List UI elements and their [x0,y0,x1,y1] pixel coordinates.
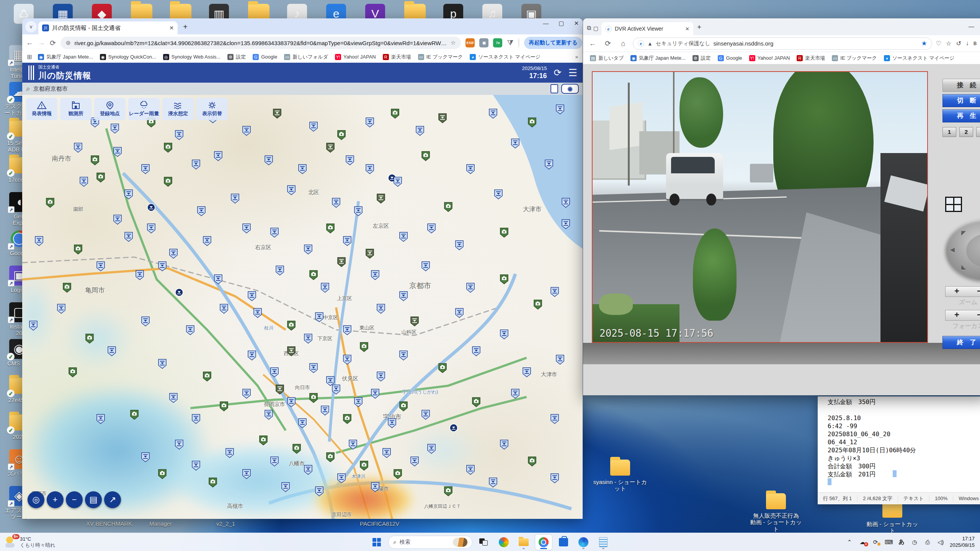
minimize-button[interactable]: — [969,23,974,29]
address-bar[interactable]: e ▲ セキュリティ保護なし sinsenyasai.nsddns.org ★ [633,37,932,50]
map-marker-water-gauge[interactable] [270,367,279,379]
map-marker-cctv[interactable] [63,283,71,294]
downloads-icon[interactable]: ↓ [966,40,969,47]
back-button[interactable]: ← [587,39,598,48]
ptz-upleft-arrow[interactable]: ◤ [961,229,966,236]
minimize-button[interactable]: — [543,20,549,27]
chrome_window-bookmark-item[interactable]: ◉気象庁 Japan Mete... [35,52,96,62]
map-marker-water-gauge[interactable] [287,185,296,197]
map-marker-water-gauge[interactable] [74,143,82,154]
edge_window-bookmark-item[interactable]: ◉気象庁 Japan Mete... [627,54,688,63]
map-marker-water-gauge[interactable] [169,249,178,260]
map-marker-water-gauge[interactable] [371,482,379,494]
map-marker-water-gauge[interactable] [427,444,436,455]
dvr-channel-1-button[interactable]: 1 [942,127,956,137]
map-marker-water-gauge[interactable] [315,312,323,324]
map-marker-water-gauge[interactable] [309,122,318,133]
map-marker-gauge-circle[interactable] [147,203,156,214]
map-marker-cctv[interactable] [326,452,335,464]
map-marker-cctv[interactable] [69,367,77,379]
view-toggle-button[interactable]: ◉ [561,84,579,94]
map-marker-water-gauge[interactable] [192,160,200,171]
map-marker-water-gauge[interactable] [141,316,150,328]
notepad-taskbar-button[interactable] [595,535,612,550]
zoom-in-button[interactable]: + [47,491,64,508]
map-marker-water-gauge[interactable] [242,389,251,400]
update-sync-icon[interactable]: ⟳ [872,539,879,546]
map-marker-water-gauge[interactable] [214,274,222,286]
notepad-text[interactable]: 支払金額 350円 2025.8.10 6:42 -99 20250810_06… [828,396,980,492]
bookmark-star-icon[interactable]: ☆ [451,39,456,46]
map-marker-water-gauge[interactable] [562,198,570,209]
map-marker-water-gauge[interactable] [511,389,519,400]
maximize-button[interactable]: ▢ [559,20,564,27]
exif-extension-icon[interactable]: EXIF [466,38,475,47]
map-marker-water-gauge[interactable] [410,456,419,468]
clock-app-icon[interactable]: ◷ [911,539,918,546]
map-marker-water-gauge[interactable] [354,206,363,218]
map-marker-water-gauge[interactable] [276,266,284,277]
map-marker-cctv[interactable] [46,198,54,209]
microsoft-store-button[interactable] [555,535,572,550]
dvr-play-button[interactable]: 再 生 [942,109,980,122]
ptz-left-arrow[interactable]: ◀ [950,246,955,253]
map-marker-water-gauge[interactable] [377,304,385,315]
map-marker-cctv[interactable] [360,342,368,354]
map-marker-water-gauge[interactable] [500,440,508,451]
map-marker-gauge-dark[interactable] [438,113,447,125]
map-marker-water-gauge[interactable] [175,440,183,451]
layer-button-flood[interactable]: 浸水想定 [162,98,194,120]
dvr-split-view-button[interactable] [945,197,962,212]
map-marker-water-gauge[interactable] [298,418,307,430]
map-marker-cctv[interactable] [74,245,82,256]
map-marker-water-gauge[interactable] [455,308,464,320]
legend-button[interactable]: ▤ [85,491,102,508]
onedrive-error-icon[interactable]: ☁✕ [859,539,866,546]
map-marker-water-gauge[interactable] [147,223,155,235]
map-marker-cctv[interactable] [444,486,452,498]
map-marker-water-gauge[interactable] [242,126,251,137]
map-marker-cctv[interactable] [220,401,228,413]
desktop-folder-shortcut[interactable]: syasinn - ショートカ ット [591,458,649,492]
task-view-button[interactable] [475,535,492,550]
reload-button[interactable]: ⟳ [602,39,614,48]
map-marker-water-gauge[interactable] [511,139,519,150]
map-marker-water-gauge[interactable] [466,283,475,294]
map-marker-water-gauge[interactable] [489,109,497,120]
zoom-out-button[interactable]: − [66,491,83,508]
new-tab-button[interactable]: + [180,21,191,32]
map-marker-cctv[interactable] [287,321,296,332]
tray-chevron-icon[interactable]: ⌃ [846,539,853,546]
share-button[interactable]: ↗ [104,491,121,508]
focus-plus-button[interactable]: + [946,310,968,320]
map-marker-gauge-circle[interactable] [449,423,458,434]
map-marker-water-gauge[interactable] [427,223,436,235]
map-marker-water-gauge[interactable] [124,232,133,243]
file-explorer-button[interactable] [515,535,532,550]
map-marker-cctv[interactable] [209,478,217,489]
map-marker-water-gauge[interactable] [399,350,408,362]
map-marker-water-gauge[interactable] [550,287,559,298]
map-marker-water-gauge[interactable] [321,406,329,417]
map-marker-water-gauge[interactable] [343,236,351,248]
map-marker-water-gauge[interactable] [298,164,307,176]
map-marker-water-gauge[interactable] [96,414,105,425]
map-marker-cctv[interactable] [164,143,172,154]
map-marker-water-gauge[interactable] [108,346,116,358]
edge_window-bookmark-item[interactable]: Y!Yahoo! JAPAN [746,54,793,62]
edge_window-bookmark-item[interactable]: GGoogle [715,54,745,62]
map-marker-water-gauge[interactable] [141,164,150,176]
map-marker-water-gauge[interactable] [113,147,122,158]
map-marker-water-gauge[interactable] [388,418,396,430]
chrome_window-bookmark-item[interactable]: ⚙設定 [224,52,249,62]
layer-button-warn[interactable]: 発表情報 [26,98,57,120]
map-marker-cctv[interactable] [130,410,139,421]
map-marker-water-gauge[interactable] [394,177,402,188]
image-extension-icon[interactable]: ▣ [479,38,488,47]
edge-tab[interactable]: e DVR ActiveX Viewer ✕ [601,22,693,35]
map-marker-water-gauge[interactable] [523,367,531,379]
map-marker-gauge-dark[interactable] [326,143,335,154]
map-marker-water-gauge[interactable] [136,270,144,282]
map-marker-gauge-dark[interactable] [273,109,281,120]
map-marker-water-gauge[interactable] [550,414,559,425]
